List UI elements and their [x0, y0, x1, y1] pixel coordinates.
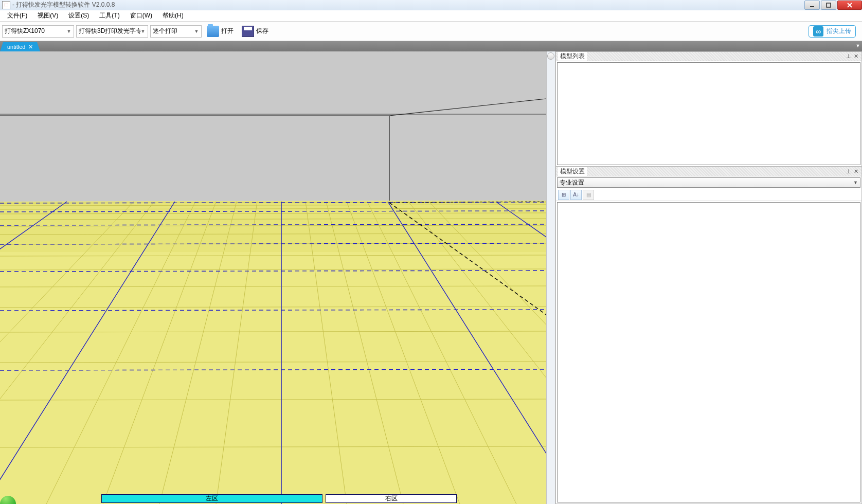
model-list-box[interactable]: [557, 62, 860, 165]
titlebar: ⬚ - 打得快发光字模型转换软件 V2.0.0.8: [0, 0, 862, 10]
tab-overflow-button[interactable]: ▼: [855, 42, 861, 49]
region-bar: 左区 右区: [101, 494, 457, 503]
tab-label: untitled: [7, 44, 25, 50]
pin-icon[interactable]: ⊥: [845, 53, 852, 60]
window-title: - 打得快发光字模型转换软件 V2.0.0.8: [12, 1, 115, 9]
property-pages-button[interactable]: ▤: [583, 190, 594, 200]
cloud-icon: ∞: [813, 26, 823, 37]
panel-title: 模型设置: [558, 167, 587, 176]
document-tabstrip: untitled ✕ ▼: [0, 41, 862, 51]
viewport-container: 左区 右区: [0, 51, 555, 504]
close-button[interactable]: [837, 1, 862, 10]
panel-model-settings: 模型设置 ⊥ ✕ 专业设置 ▼ ⊞ A↓ ▤: [555, 167, 862, 504]
panel-close-icon[interactable]: ✕: [852, 168, 859, 175]
settings-profile-combo[interactable]: 专业设置 ▼: [557, 177, 860, 188]
tab-close-icon[interactable]: ✕: [28, 44, 33, 50]
profile-value: 打得快3D打印发光字专用: [79, 27, 140, 35]
region-left-button[interactable]: 左区: [101, 494, 322, 503]
menu-help[interactable]: 帮助(H): [157, 10, 189, 21]
menu-window[interactable]: 窗口(W): [125, 10, 157, 21]
print-mode-value: 逐个打印: [153, 27, 194, 35]
categorized-view-button[interactable]: ⊞: [558, 190, 569, 200]
chevron-down-icon: ▼: [140, 29, 146, 34]
pin-icon[interactable]: ⊥: [845, 168, 852, 175]
menu-view[interactable]: 视图(V): [32, 10, 63, 21]
settings-profile-value: 专业设置: [560, 178, 584, 187]
panel-header-model-list[interactable]: 模型列表 ⊥ ✕: [556, 52, 861, 61]
chevron-down-icon: ▼: [194, 29, 199, 34]
printer-model-combo[interactable]: 打得快ZX1070 ▼: [2, 25, 74, 38]
menu-tools[interactable]: 工具(T): [94, 10, 124, 21]
save-label: 保存: [256, 27, 268, 35]
panel-header-model-settings[interactable]: 模型设置 ⊥ ✕: [556, 167, 861, 176]
minimize-button[interactable]: [804, 1, 820, 10]
panel-close-icon[interactable]: ✕: [852, 53, 859, 60]
right-column: 模型列表 ⊥ ✕ 模型设置 ⊥ ✕ 专业设置 ▼: [555, 51, 862, 504]
chevron-down-icon: ▼: [66, 29, 71, 34]
cloud-upload-button[interactable]: ∞ 指尖上传: [809, 25, 856, 38]
upload-label: 指尖上传: [827, 27, 851, 35]
property-grid[interactable]: [557, 202, 860, 502]
print-mode-combo[interactable]: 逐个打印 ▼: [150, 25, 202, 38]
viewport-3d[interactable]: [0, 51, 546, 504]
chevron-down-icon: ▼: [853, 180, 858, 185]
app-icon: ⬚: [2, 1, 10, 9]
tab-untitled[interactable]: untitled ✕: [3, 42, 37, 51]
open-button[interactable]: 打开: [204, 25, 237, 38]
property-grid-toolbar: ⊞ A↓ ▤: [556, 189, 861, 201]
panel-model-list: 模型列表 ⊥ ✕: [555, 51, 862, 167]
scrollbar-thumb[interactable]: [547, 52, 554, 60]
maximize-button[interactable]: [821, 1, 836, 10]
save-button[interactable]: 保存: [239, 25, 272, 38]
menu-settings[interactable]: 设置(S): [63, 10, 94, 21]
workspace: 左区 右区 模型列表 ⊥ ✕ 模型设置 ⊥ ✕: [0, 51, 862, 504]
folder-icon: [207, 26, 219, 37]
viewport-scrollbar[interactable]: [546, 51, 555, 504]
printer-model-value: 打得快ZX1070: [5, 27, 66, 35]
toolbar: 打得快ZX1070 ▼ 打得快3D打印发光字专用 ▼ 逐个打印 ▼ 打开 保存 …: [0, 22, 862, 41]
profile-combo[interactable]: 打得快3D打印发光字专用 ▼: [76, 25, 148, 38]
menu-file[interactable]: 文件(F): [2, 10, 32, 21]
grid-canvas: [0, 51, 546, 504]
alphabetic-view-button[interactable]: A↓: [570, 190, 582, 200]
save-icon: [242, 26, 254, 37]
svg-rect-1: [827, 3, 831, 7]
panel-title: 模型列表: [558, 52, 587, 61]
menubar: 文件(F) 视图(V) 设置(S) 工具(T) 窗口(W) 帮助(H): [0, 10, 862, 22]
open-label: 打开: [221, 27, 234, 35]
region-right-button[interactable]: 右区: [326, 494, 457, 503]
